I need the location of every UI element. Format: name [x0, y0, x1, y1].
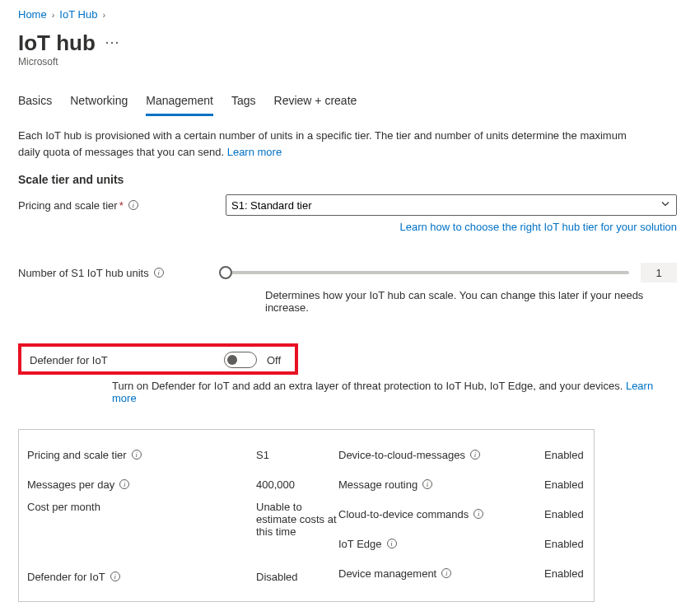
learn-more-link[interactable]: Learn more — [227, 146, 282, 158]
pricing-tier-label: Pricing and scale tier * i — [18, 199, 226, 212]
summary-cost-label: Cost per month — [27, 499, 256, 562]
summary-pricing-value: S1 — [256, 440, 338, 469]
info-icon[interactable]: i — [132, 450, 142, 460]
units-hint: Determines how your IoT hub can scale. Y… — [265, 289, 677, 314]
pricing-tier-row: Pricing and scale tier * i S1: Standard … — [18, 194, 677, 216]
info-icon[interactable]: i — [422, 479, 432, 489]
info-icon[interactable]: i — [110, 572, 120, 581]
toggle-knob — [227, 355, 237, 365]
summary-c2d-label: Cloud-to-device commands i — [338, 499, 544, 529]
info-icon[interactable]: i — [441, 568, 451, 578]
summary-defender-value: Disabled — [256, 562, 338, 591]
summary-routing-label: Message routing i — [338, 469, 544, 499]
units-value-input[interactable] — [641, 263, 677, 282]
page-header: IoT hub ⋯ Microsoft — [18, 30, 677, 68]
tab-networking[interactable]: Networking — [70, 89, 128, 116]
breadcrumb-home[interactable]: Home — [18, 8, 47, 21]
summary-cost-value: Unable to estimate costs at this time — [256, 499, 338, 562]
info-icon[interactable]: i — [473, 509, 483, 519]
scale-section-heading: Scale tier and units — [18, 173, 677, 186]
page-title: IoT hub — [18, 30, 96, 56]
info-icon[interactable]: i — [119, 479, 129, 489]
info-icon[interactable]: i — [387, 539, 397, 548]
chevron-right-icon: › — [52, 10, 55, 20]
tab-bar: Basics Networking Management Tags Review… — [18, 89, 677, 116]
info-icon[interactable]: i — [128, 200, 138, 210]
summary-panel: Pricing and scale tier i Messages per da… — [18, 429, 595, 602]
pricing-tier-help-link[interactable]: Learn how to choose the right IoT hub ti… — [399, 221, 677, 233]
defender-toggle-state: Off — [267, 354, 281, 366]
summary-c2d-value: Enabled — [544, 499, 585, 529]
summary-edge-label: IoT Edge i — [338, 529, 544, 558]
summary-d2c-label: Device-to-cloud-messages i — [338, 440, 544, 469]
summary-defender-label: Defender for IoT i — [27, 562, 256, 591]
units-slider-thumb[interactable] — [219, 266, 232, 279]
breadcrumb-iothub[interactable]: IoT Hub — [59, 8, 97, 21]
units-slider[interactable] — [226, 271, 629, 274]
summary-edge-value: Enabled — [544, 529, 585, 558]
defender-toggle[interactable] — [224, 352, 257, 368]
page-subtitle: Microsoft — [18, 56, 677, 68]
summary-messages-value: 400,000 — [256, 469, 338, 499]
info-icon[interactable]: i — [470, 450, 480, 460]
summary-pricing-label: Pricing and scale tier i — [27, 440, 256, 469]
more-actions-button[interactable]: ⋯ — [105, 34, 120, 50]
units-row: Number of S1 IoT hub units i — [18, 263, 677, 282]
summary-messages-label: Messages per day i — [27, 469, 256, 499]
chevron-right-icon: › — [102, 10, 105, 20]
defender-hint: Turn on Defender for IoT and add an extr… — [112, 380, 677, 404]
tab-management[interactable]: Management — [146, 89, 213, 116]
defender-hint-text: Turn on Defender for IoT and add an extr… — [112, 380, 623, 392]
info-icon[interactable]: i — [154, 268, 164, 278]
summary-routing-value: Enabled — [544, 469, 585, 499]
tab-review-create[interactable]: Review + create — [274, 89, 357, 116]
pricing-tier-dropdown[interactable]: S1: Standard tier — [226, 194, 677, 216]
tab-basics[interactable]: Basics — [18, 89, 52, 116]
units-label-text: Number of S1 IoT hub units — [18, 267, 149, 279]
pricing-tier-label-text: Pricing and scale tier — [18, 199, 118, 212]
units-label: Number of S1 IoT hub units i — [18, 267, 226, 279]
defender-row: Defender for IoT Off — [18, 343, 298, 375]
tab-tags[interactable]: Tags — [231, 89, 256, 116]
summary-dm-label: Device management i — [338, 558, 544, 588]
description-text: Each IoT hub is provisioned with a certa… — [18, 129, 627, 158]
summary-d2c-value: Enabled — [544, 440, 585, 469]
summary-dm-value: Enabled — [544, 558, 585, 588]
required-asterisk: * — [119, 199, 124, 212]
breadcrumb: Home › IoT Hub › — [18, 8, 677, 21]
tab-description: Each IoT hub is provisioned with a certa… — [18, 128, 644, 160]
defender-label: Defender for IoT — [30, 354, 224, 366]
